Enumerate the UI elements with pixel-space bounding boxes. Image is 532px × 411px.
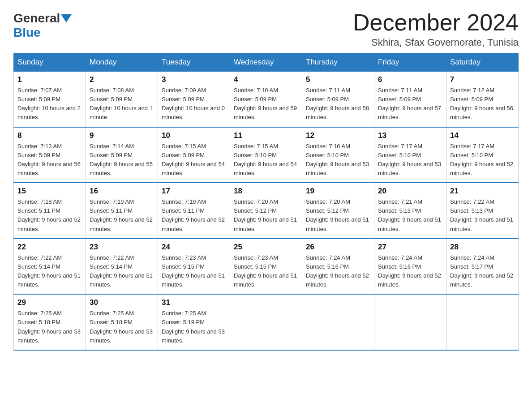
calendar-cell: 28Sunrise: 7:24 AMSunset: 5:17 PMDayligh… [446, 239, 519, 295]
calendar-cell: 12Sunrise: 7:16 AMSunset: 5:10 PMDayligh… [302, 127, 374, 183]
logo: General Blue [13, 9, 73, 40]
calendar-cell [446, 294, 519, 350]
day-info: Sunrise: 7:17 AMSunset: 5:10 PMDaylight:… [378, 142, 442, 178]
location-subtitle: Skhira, Sfax Governorate, Tunisia [353, 37, 519, 48]
day-number: 4 [234, 75, 298, 84]
day-info: Sunrise: 7:25 AMSunset: 5:18 PMDaylight:… [17, 309, 82, 345]
day-number: 19 [306, 187, 370, 196]
day-number: 30 [90, 298, 154, 307]
day-number: 14 [450, 131, 515, 140]
day-number: 16 [90, 187, 154, 196]
day-info: Sunrise: 7:19 AMSunset: 5:11 PMDaylight:… [90, 197, 154, 234]
day-info: Sunrise: 7:24 AMSunset: 5:17 PMDaylight:… [450, 253, 515, 290]
day-number: 28 [450, 243, 515, 252]
day-info: Sunrise: 7:12 AMSunset: 5:09 PMDaylight:… [450, 86, 515, 122]
day-number: 24 [162, 243, 226, 252]
logo-general-text: General [13, 11, 60, 26]
calendar-cell: 30Sunrise: 7:25 AMSunset: 5:18 PMDayligh… [86, 294, 158, 350]
day-info: Sunrise: 7:11 AMSunset: 5:09 PMDaylight:… [306, 86, 370, 122]
logo-blue-text: Blue [13, 26, 41, 40]
day-number: 26 [306, 243, 370, 252]
calendar-cell: 5Sunrise: 7:11 AMSunset: 5:09 PMDaylight… [302, 72, 374, 127]
day-number: 9 [90, 131, 154, 140]
calendar-day-header: Wednesday [230, 53, 302, 72]
day-info: Sunrise: 7:16 AMSunset: 5:10 PMDaylight:… [306, 142, 370, 178]
day-info: Sunrise: 7:21 AMSunset: 5:13 PMDaylight:… [378, 197, 442, 234]
day-info: Sunrise: 7:15 AMSunset: 5:09 PMDaylight:… [162, 142, 226, 178]
calendar-cell: 16Sunrise: 7:19 AMSunset: 5:11 PMDayligh… [86, 183, 158, 239]
calendar-cell: 4Sunrise: 7:10 AMSunset: 5:09 PMDaylight… [230, 72, 302, 127]
month-title: December 2024 [353, 9, 519, 36]
calendar-day-header: Saturday [446, 53, 519, 72]
calendar-cell: 31Sunrise: 7:25 AMSunset: 5:19 PMDayligh… [158, 294, 230, 350]
day-info: Sunrise: 7:07 AMSunset: 5:09 PMDaylight:… [17, 86, 82, 122]
title-block: December 2024 Skhira, Sfax Governorate, … [353, 9, 519, 48]
calendar-cell: 26Sunrise: 7:24 AMSunset: 5:16 PMDayligh… [302, 239, 374, 295]
day-number: 5 [306, 75, 370, 84]
day-number: 11 [234, 131, 298, 140]
day-number: 15 [17, 187, 82, 196]
calendar-header-row: SundayMondayTuesdayWednesdayThursdayFrid… [14, 53, 519, 72]
calendar-cell: 17Sunrise: 7:19 AMSunset: 5:11 PMDayligh… [158, 183, 230, 239]
calendar-cell: 9Sunrise: 7:14 AMSunset: 5:09 PMDaylight… [86, 127, 158, 183]
calendar-week-row: 22Sunrise: 7:22 AMSunset: 5:14 PMDayligh… [14, 239, 519, 295]
calendar-cell: 1Sunrise: 7:07 AMSunset: 5:09 PMDaylight… [14, 72, 86, 127]
day-info: Sunrise: 7:25 AMSunset: 5:18 PMDaylight:… [90, 309, 154, 345]
calendar-cell [230, 294, 302, 350]
calendar-cell: 3Sunrise: 7:09 AMSunset: 5:09 PMDaylight… [158, 72, 230, 127]
day-info: Sunrise: 7:08 AMSunset: 5:09 PMDaylight:… [90, 86, 154, 122]
calendar-day-header: Monday [86, 53, 158, 72]
calendar-day-header: Tuesday [158, 53, 230, 72]
day-number: 31 [162, 298, 226, 307]
day-info: Sunrise: 7:19 AMSunset: 5:11 PMDaylight:… [162, 197, 226, 234]
calendar-body: 1Sunrise: 7:07 AMSunset: 5:09 PMDaylight… [14, 72, 519, 350]
day-info: Sunrise: 7:11 AMSunset: 5:09 PMDaylight:… [378, 86, 442, 122]
calendar-cell: 6Sunrise: 7:11 AMSunset: 5:09 PMDaylight… [374, 72, 446, 127]
day-info: Sunrise: 7:22 AMSunset: 5:14 PMDaylight:… [90, 253, 154, 290]
calendar-cell: 7Sunrise: 7:12 AMSunset: 5:09 PMDaylight… [446, 72, 519, 127]
day-info: Sunrise: 7:09 AMSunset: 5:09 PMDaylight:… [162, 86, 226, 122]
day-info: Sunrise: 7:24 AMSunset: 5:16 PMDaylight:… [378, 253, 442, 290]
day-number: 10 [162, 131, 226, 140]
day-info: Sunrise: 7:22 AMSunset: 5:13 PMDaylight:… [450, 197, 515, 234]
day-info: Sunrise: 7:18 AMSunset: 5:11 PMDaylight:… [17, 197, 82, 234]
day-info: Sunrise: 7:20 AMSunset: 5:12 PMDaylight:… [234, 197, 298, 234]
calendar-cell: 22Sunrise: 7:22 AMSunset: 5:14 PMDayligh… [14, 239, 86, 295]
day-number: 20 [378, 187, 442, 196]
day-info: Sunrise: 7:15 AMSunset: 5:10 PMDaylight:… [234, 142, 298, 178]
day-info: Sunrise: 7:20 AMSunset: 5:12 PMDaylight:… [306, 197, 370, 234]
calendar-cell: 8Sunrise: 7:13 AMSunset: 5:09 PMDaylight… [14, 127, 86, 183]
calendar-cell [302, 294, 374, 350]
day-number: 7 [450, 75, 515, 84]
day-number: 22 [17, 243, 82, 252]
logo-triangle-icon [61, 14, 72, 22]
day-info: Sunrise: 7:17 AMSunset: 5:10 PMDaylight:… [450, 142, 515, 178]
day-info: Sunrise: 7:25 AMSunset: 5:19 PMDaylight:… [162, 309, 226, 345]
calendar-week-row: 1Sunrise: 7:07 AMSunset: 5:09 PMDaylight… [14, 72, 519, 127]
calendar-cell: 21Sunrise: 7:22 AMSunset: 5:13 PMDayligh… [446, 183, 519, 239]
calendar-cell: 11Sunrise: 7:15 AMSunset: 5:10 PMDayligh… [230, 127, 302, 183]
calendar-week-row: 8Sunrise: 7:13 AMSunset: 5:09 PMDaylight… [14, 127, 519, 183]
day-number: 18 [234, 187, 298, 196]
day-info: Sunrise: 7:24 AMSunset: 5:16 PMDaylight:… [306, 253, 370, 290]
day-number: 13 [378, 131, 442, 140]
day-number: 17 [162, 187, 226, 196]
calendar-cell: 18Sunrise: 7:20 AMSunset: 5:12 PMDayligh… [230, 183, 302, 239]
calendar-cell: 24Sunrise: 7:23 AMSunset: 5:15 PMDayligh… [158, 239, 230, 295]
day-info: Sunrise: 7:22 AMSunset: 5:14 PMDaylight:… [17, 253, 82, 290]
calendar-day-header: Sunday [14, 53, 86, 72]
calendar-cell [374, 294, 446, 350]
day-info: Sunrise: 7:23 AMSunset: 5:15 PMDaylight:… [162, 253, 226, 290]
day-number: 12 [306, 131, 370, 140]
day-info: Sunrise: 7:10 AMSunset: 5:09 PMDaylight:… [234, 86, 298, 122]
calendar-cell: 23Sunrise: 7:22 AMSunset: 5:14 PMDayligh… [86, 239, 158, 295]
calendar-cell: 13Sunrise: 7:17 AMSunset: 5:10 PMDayligh… [374, 127, 446, 183]
calendar-cell: 25Sunrise: 7:23 AMSunset: 5:15 PMDayligh… [230, 239, 302, 295]
day-info: Sunrise: 7:13 AMSunset: 5:09 PMDaylight:… [17, 142, 82, 178]
day-number: 8 [17, 131, 82, 140]
calendar-cell: 29Sunrise: 7:25 AMSunset: 5:18 PMDayligh… [14, 294, 86, 350]
calendar-table: SundayMondayTuesdayWednesdayThursdayFrid… [13, 53, 519, 351]
calendar-week-row: 15Sunrise: 7:18 AMSunset: 5:11 PMDayligh… [14, 183, 519, 239]
day-info: Sunrise: 7:23 AMSunset: 5:15 PMDaylight:… [234, 253, 298, 290]
calendar-day-header: Friday [374, 53, 446, 72]
